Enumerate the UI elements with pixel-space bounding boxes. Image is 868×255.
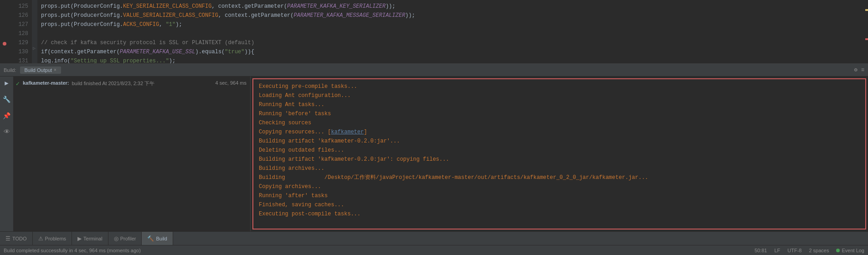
build-sidebar: ▶ 🔧 📌 👁 <box>0 76 14 231</box>
tab-build[interactable]: 🔨 Build <box>142 232 173 245</box>
log-line-6: Copying resources... [kafkameter] <box>259 128 860 137</box>
cursor-position[interactable]: 50:81 <box>755 248 767 253</box>
build-output-tab-close[interactable]: × <box>54 67 56 72</box>
tab-terminal-label: Terminal <box>83 236 103 241</box>
code-lines: props.put(ProducerConfig.KEY_SERIALIZER_… <box>37 0 865 63</box>
line-separator[interactable]: LF <box>774 248 780 253</box>
bottom-tabbar: ☰ TODO ⚠ Problems ▶ Terminal ◎ Profiler … <box>0 231 868 245</box>
status-right: 50:81 LF UTF-8 2 spaces Event Log <box>755 248 864 253</box>
tab-problems[interactable]: ⚠ Problems <box>33 232 72 245</box>
run-icon[interactable]: ▶ <box>2 78 11 87</box>
build-tab-icons: ⚙ ≡ <box>854 66 864 73</box>
build-output-area: ▶ 🔧 📌 👁 ✓ kafkameter-master: build finis… <box>0 76 868 231</box>
tab-build-label: Build <box>156 236 167 241</box>
result-project-name: kafkameter-master: <box>23 80 69 86</box>
build-result-item: ✓ kafkameter-master: build finished At 2… <box>14 78 250 89</box>
tab-problems-label: Problems <box>45 236 66 241</box>
log-line-1: Executing pre-compile tasks... <box>259 82 860 91</box>
event-dot <box>836 249 840 252</box>
log-line-7: Building artifact 'kafkameter-0.2.0:jar'… <box>259 137 860 146</box>
tab-todo-label: TODO <box>12 236 27 241</box>
log-line-15: Executing post-compile tasks... <box>259 209 860 219</box>
build-label: Build: <box>4 67 16 73</box>
log-line-8: Deleting outdated files... <box>259 146 860 155</box>
scroll-stripe <box>865 0 868 63</box>
log-line-4: Running 'before' tasks <box>259 109 860 118</box>
kafkameter-link[interactable]: kafkameter <box>331 129 364 135</box>
result-status: build finished At 2021/8/23, 2:32 下午 <box>72 80 155 87</box>
log-line-14: Finished, saving caches... <box>259 200 860 209</box>
code-editor: 125 126 127 128 129 130 131 132 ▷ props.… <box>0 0 868 64</box>
event-log-label: Event Log <box>842 248 864 253</box>
log-line-9: Building artifact 'kafkameter-0.2.0:jar'… <box>259 155 860 164</box>
wrench-icon[interactable]: 🔧 <box>2 95 11 104</box>
status-message: Build completed successfully in 4 sec, 9… <box>4 248 141 253</box>
line-numbers: 125 126 127 128 129 130 131 132 <box>9 0 32 63</box>
event-log[interactable]: Event Log <box>836 248 864 253</box>
build-output-tab[interactable]: Build Output × <box>20 66 61 74</box>
build-tabbar: Build: Build Output × ⚙ ≡ <box>0 64 868 76</box>
status-bar: Build completed successfully in 4 sec, 9… <box>0 245 868 255</box>
encoding[interactable]: UTF-8 <box>787 248 801 253</box>
pin-icon[interactable]: 📌 <box>2 111 11 120</box>
build-results-panel: ✓ kafkameter-master: build finished At 2… <box>14 76 251 231</box>
tab-todo[interactable]: ☰ TODO <box>0 232 33 245</box>
breakpoint-gutter <box>0 0 9 63</box>
code-gutter: ▷ <box>32 0 37 63</box>
tab-terminal[interactable]: ▶ Terminal <box>72 232 108 245</box>
log-line-10: Building archives... <box>259 164 860 173</box>
log-line-13: Running 'after' tasks <box>259 191 860 200</box>
profiler-icon: ◎ <box>114 235 118 242</box>
build-output-tab-label: Build Output <box>25 67 52 73</box>
terminal-icon: ▶ <box>77 235 82 242</box>
log-line-12: Copying archives... <box>259 182 860 191</box>
lines-icon[interactable]: ≡ <box>861 67 864 73</box>
log-line-3: Running Ant tasks... <box>259 100 860 109</box>
gear-icon[interactable]: ⚙ <box>854 66 858 73</box>
todo-icon: ☰ <box>5 235 10 242</box>
eye-icon[interactable]: 👁 <box>2 128 11 137</box>
log-line-11: Building /Desktop/工作资料/javaProject/kafka… <box>259 173 860 182</box>
status-left: Build completed successfully in 4 sec, 9… <box>4 248 141 253</box>
log-line-2: Loading Ant configuration... <box>259 91 860 100</box>
build-log-panel: Executing pre-compile tasks... Loading A… <box>252 78 866 230</box>
result-time: 4 sec, 964 ms <box>216 80 247 86</box>
problems-icon: ⚠ <box>38 235 43 242</box>
result-check-icon: ✓ <box>15 81 20 87</box>
indent-setting[interactable]: 2 spaces <box>809 248 829 253</box>
build-icon: 🔨 <box>147 235 154 242</box>
tab-profiler[interactable]: ◎ Profiler <box>108 232 142 245</box>
log-line-5: Checking sources <box>259 118 860 128</box>
tab-profiler-label: Profiler <box>120 236 136 241</box>
